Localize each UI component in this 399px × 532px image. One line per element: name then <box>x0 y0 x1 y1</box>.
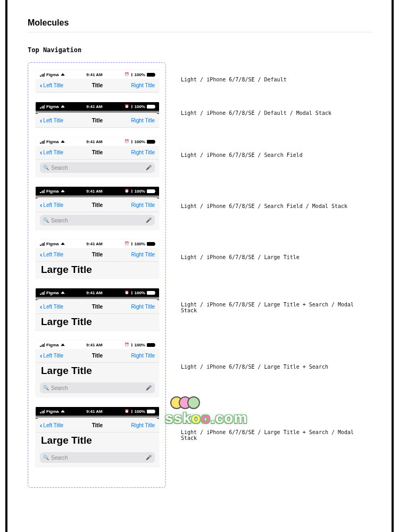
clock: 9:41 AM <box>86 72 102 77</box>
phone-mockup: Figma 9:41 AM ⏰ ᛒ 100% ‹Left Title Title… <box>36 340 159 397</box>
status-bar: Figma 9:41 AM ⏰ ᛒ 100% <box>36 288 159 297</box>
chevron-left-icon: ‹ <box>40 82 42 89</box>
nav-right-button[interactable]: Right Title <box>131 252 155 257</box>
variant-label: Light / iPhone 6/7/8/SE / Search Field /… <box>181 180 371 232</box>
wifi-icon <box>61 344 65 346</box>
clock: 9:41 AM <box>86 139 102 144</box>
nav-back-button[interactable]: ‹Left Title <box>40 251 63 258</box>
nav-right-button[interactable]: Right Title <box>131 353 155 359</box>
alarm-icon: ⏰ <box>124 189 129 193</box>
nav-back-button[interactable]: ‹Left Title <box>40 202 63 209</box>
chevron-left-icon: ‹ <box>40 422 42 429</box>
nav-back-button[interactable]: ‹Left Title <box>40 82 63 89</box>
nav-back-button[interactable]: ‹Left Title <box>40 303 63 310</box>
nav-back-button[interactable]: ‹Left Title <box>40 352 63 359</box>
nav-back-button[interactable]: ‹Left Title <box>40 149 63 156</box>
nav-right-button[interactable]: Right Title <box>131 202 155 208</box>
nav-right-label: Right Title <box>131 149 155 155</box>
signal-icon <box>40 242 45 246</box>
battery-percent: 100% <box>135 72 145 77</box>
search-input[interactable]: 🔍 Search 🎤 <box>40 215 155 226</box>
search-input[interactable]: 🔍 Search 🎤 <box>40 162 155 173</box>
search-icon: 🔍 <box>43 385 49 390</box>
nav-bar: ‹Left Title Title Right Title <box>36 79 159 93</box>
nav-bar: ‹Left Title Title Right Title <box>36 349 159 363</box>
variant-label: Light / iPhone 6/7/8/SE / Search Field <box>181 130 371 180</box>
chevron-left-icon: ‹ <box>40 251 42 258</box>
nav-right-label: Right Title <box>131 304 155 310</box>
battery-percent: 100% <box>135 409 145 414</box>
clock: 9:41 AM <box>86 242 102 246</box>
wifi-icon <box>61 292 65 294</box>
nav-right-button[interactable]: Right Title <box>131 304 155 310</box>
clock: 9:41 AM <box>86 409 102 414</box>
nav-back-button[interactable]: ‹Left Title <box>40 422 63 429</box>
signal-icon <box>40 343 45 347</box>
bluetooth-icon: ᛒ <box>131 242 133 246</box>
large-title: Large Title <box>36 433 159 450</box>
nav-bar: ‹Left Title Title Right Title <box>36 114 159 128</box>
nav-left-label: Left Title <box>43 304 63 310</box>
nav-bar: ‹Left Title Title Right Title <box>36 419 159 433</box>
bluetooth-icon: ᛒ <box>131 140 133 144</box>
alarm-icon: ⏰ <box>124 290 129 295</box>
battery-icon <box>147 410 155 413</box>
nav-right-button[interactable]: Right Title <box>131 149 155 155</box>
signal-icon <box>40 291 45 295</box>
status-bar: Figma 9:41 AM ⏰ ᛒ 100% <box>36 239 159 248</box>
nav-left-label: Left Title <box>43 202 63 208</box>
signal-icon <box>40 410 45 413</box>
nav-title: Title <box>92 149 103 155</box>
modal-sheet: ‹Left Title Title Right Title 🔍 Search 🎤 <box>36 197 159 230</box>
nav-right-button[interactable]: Right Title <box>131 422 155 428</box>
battery-icon <box>147 189 155 193</box>
search-input[interactable]: 🔍 Search 🎤 <box>40 452 155 463</box>
nav-back-button[interactable]: ‹Left Title <box>40 117 63 124</box>
status-bar: Figma 9:41 AM ⏰ ᛒ 100% <box>36 102 159 111</box>
search-placeholder: Search <box>51 385 144 391</box>
chevron-left-icon: ‹ <box>40 149 42 156</box>
variant-label: Light / iPhone 6/7/8/SE / Default / Moda… <box>181 95 371 130</box>
nav-left-label: Left Title <box>43 82 63 88</box>
alarm-icon: ⏰ <box>124 104 129 109</box>
clock: 9:41 AM <box>86 290 102 295</box>
chevron-left-icon: ‹ <box>40 117 42 124</box>
alarm-icon: ⏰ <box>124 343 129 347</box>
nav-title: Title <box>92 353 103 359</box>
variant-label: Light / iPhone 6/7/8/SE / Large Title + … <box>181 400 371 470</box>
nav-right-button[interactable]: Right Title <box>131 82 155 88</box>
battery-percent: 100% <box>135 189 145 194</box>
clock: 9:41 AM <box>86 189 102 194</box>
phone-mockup: Figma 9:41 AM ⏰ ᛒ 100% ‹Left Title Title… <box>36 137 159 177</box>
search-input[interactable]: 🔍 Search 🎤 <box>40 383 155 393</box>
modal-container: Figma 9:41 AM ⏰ ᛒ 100% ‹Left Title Title… <box>36 102 159 128</box>
battery-percent: 100% <box>135 139 145 144</box>
carrier-label: Figma <box>46 409 59 414</box>
modal-container: Figma 9:41 AM ⏰ ᛒ 100% ‹Left Title Title… <box>36 288 159 331</box>
nav-bar: ‹Left Title Title Right Title <box>36 146 159 160</box>
phone-mockup: Figma 9:41 AM ⏰ ᛒ 100% ‹Left Title Title… <box>36 239 159 279</box>
search-icon: 🔍 <box>43 218 49 223</box>
carrier-label: Figma <box>46 139 59 144</box>
nav-right-label: Right Title <box>131 252 155 257</box>
bluetooth-icon: ᛒ <box>131 189 133 193</box>
mic-icon: 🎤 <box>146 455 152 460</box>
phone-mockup: Figma 9:41 AM ⏰ ᛒ 100% ‹Left Title Title… <box>36 70 159 93</box>
nav-title: Title <box>92 202 103 208</box>
search-placeholder: Search <box>51 165 144 171</box>
carrier-label: Figma <box>46 72 59 77</box>
nav-right-button[interactable]: Right Title <box>131 118 155 123</box>
nav-title: Title <box>92 304 103 310</box>
mic-icon: 🎤 <box>146 218 152 223</box>
wifi-icon <box>61 140 65 143</box>
battery-icon <box>147 291 155 295</box>
nav-title: Title <box>92 82 103 88</box>
carrier-label: Figma <box>46 290 59 295</box>
bluetooth-icon: ᛒ <box>131 105 133 109</box>
wifi-icon <box>61 73 65 76</box>
search-bar: 🔍 Search 🎤 <box>36 380 159 397</box>
section-heading: Molecules <box>28 18 371 28</box>
nav-left-label: Left Title <box>43 252 63 257</box>
phone-mockup: Figma 9:41 AM ⏰ ᛒ 100% ‹Left Title Title… <box>36 288 159 331</box>
nav-right-label: Right Title <box>131 202 155 208</box>
